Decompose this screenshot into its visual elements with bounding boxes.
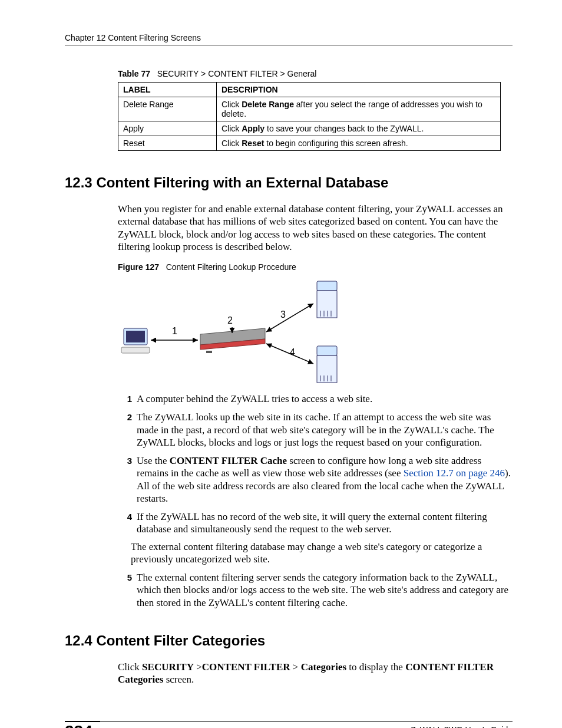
chapter-header: Chapter 12 Content Filtering Screens — [65, 33, 513, 45]
table-77-caption-text: SECURITY > CONTENT FILTER > General — [157, 69, 317, 78]
svg-rect-5 — [206, 351, 212, 353]
server-icon-bottom — [317, 346, 337, 383]
cross-reference-link[interactable]: Section 12.7 on page 246 — [404, 467, 505, 479]
table-77-label: Table 77 — [118, 69, 150, 78]
cell-desc: Click Reset to begin configuring this sc… — [217, 136, 501, 151]
server-icon-top — [317, 281, 337, 318]
page-number: 234 — [65, 721, 100, 728]
svg-rect-1 — [126, 331, 145, 342]
table-header-row: LABEL DESCRIPTION — [118, 83, 501, 97]
list-note: The external content filtering database … — [131, 541, 513, 566]
arrow-3 — [266, 304, 313, 332]
svg-rect-12 — [317, 346, 337, 355]
diagram-label-4: 4 — [290, 347, 295, 357]
procedure-list-cont: 5 The external content filtering server … — [118, 571, 513, 609]
figure-127-caption: Figure 127 Content Filtering Lookup Proc… — [118, 262, 513, 272]
figure-127-text: Content Filtering Lookup Procedure — [166, 262, 296, 272]
svg-rect-13 — [317, 355, 337, 383]
diagram-label-3: 3 — [280, 309, 286, 319]
table-row: Apply Click Apply to save your changes b… — [118, 121, 501, 136]
section-12-3-intro: When you register for and enable externa… — [118, 203, 513, 253]
table-77-caption: Table 77 SECURITY > CONTENT FILTER > Gen… — [118, 69, 513, 78]
figure-127-label: Figure 127 — [118, 262, 159, 272]
table-77: LABEL DESCRIPTION Delete Range Click Del… — [118, 82, 501, 151]
diagram-label-1: 1 — [172, 326, 177, 336]
th-description: DESCRIPTION — [217, 83, 501, 97]
cell-desc: Click Delete Range after you select the … — [217, 97, 501, 121]
th-label: LABEL — [118, 83, 217, 97]
list-item: 5 The external content filtering server … — [118, 571, 513, 609]
computer-icon — [121, 328, 150, 353]
list-item: 4 If the ZyWALL has no record of the web… — [118, 510, 513, 536]
section-12-4-intro: Click SECURITY >CONTENT FILTER > Categor… — [118, 661, 513, 686]
cell-desc: Click Apply to save your changes back to… — [217, 121, 501, 136]
cell-label: Reset — [118, 136, 217, 151]
list-item: 1 A computer behind the ZyWALL tries to … — [118, 393, 513, 405]
svg-rect-6 — [317, 281, 337, 291]
list-item: 2 The ZyWALL looks up the web site in it… — [118, 411, 513, 449]
diagram-label-2: 2 — [227, 315, 233, 325]
router-icon — [200, 328, 265, 353]
section-12-4-heading: 12.4 Content Filter Categories — [65, 633, 513, 649]
list-item: 3 Use the CONTENT FILTER Cache screen to… — [118, 454, 513, 505]
svg-rect-2 — [121, 347, 150, 353]
figure-127-diagram: 1 2 3 4 — [118, 275, 353, 384]
page-footer: 234 ZyWALL 2WG User's Guide — [65, 721, 513, 728]
guide-title: ZyWALL 2WG User's Guide — [100, 721, 513, 728]
cell-label: Apply — [118, 121, 217, 136]
section-12-3-heading: 12.3 Content Filtering with an External … — [65, 174, 513, 191]
table-row: Reset Click Reset to begin configuring t… — [118, 136, 501, 151]
svg-rect-7 — [317, 291, 337, 318]
procedure-list: 1 A computer behind the ZyWALL tries to … — [118, 393, 513, 536]
table-row: Delete Range Click Delete Range after yo… — [118, 97, 501, 121]
cell-label: Delete Range — [118, 97, 217, 121]
